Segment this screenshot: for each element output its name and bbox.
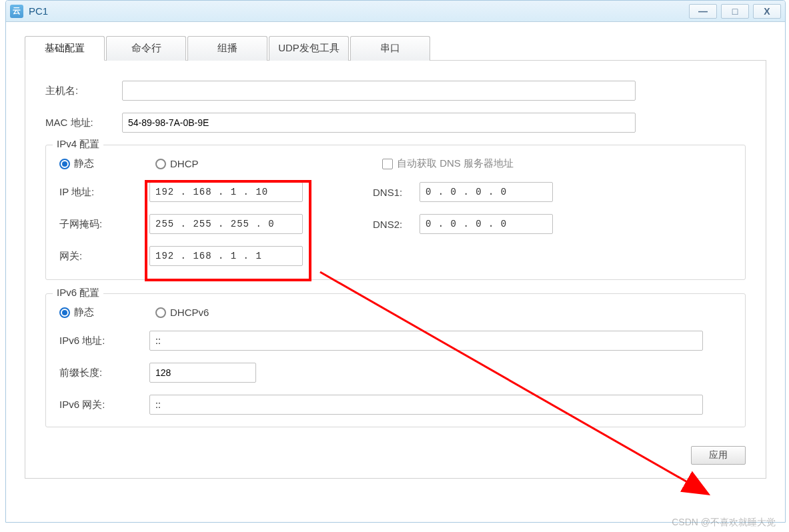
dns1-label: DNS1: [373,187,420,198]
app-icon: 云 [10,5,23,18]
hostname-row: 主机名: [45,81,746,101]
gw-label: 网关: [59,250,149,263]
ipv6-mode-row: 静态 DHCPv6 [59,306,732,319]
mac-input[interactable] [122,113,636,133]
mask-label: 子网掩码: [59,218,149,231]
tab-serial[interactable]: 串口 [350,36,430,61]
dns2-label: DNS2: [373,219,420,230]
dns1-input[interactable]: 0 . 0 . 0 . 0 [420,182,553,202]
ipv6-gw-input[interactable] [149,395,703,415]
window-title: PC1 [29,5,689,17]
tab-udp-tool[interactable]: UDP发包工具 [269,36,349,61]
ipv4-fieldset: IPv4 配置 静态 DHCP [45,145,746,280]
content-area: 基础配置 命令行 组播 UDP发包工具 串口 主机名: MAC 地址: IPv4… [6,22,785,489]
close-button[interactable]: X [753,4,781,19]
ipv6-dhcpv6-radio[interactable]: DHCPv6 [155,307,209,318]
ip-address-row: IP 地址: 192 . 168 . 1 . 10 DNS1: 0 . 0 . … [59,182,732,202]
apply-button[interactable]: 应用 [691,446,746,465]
tab-basic-config[interactable]: 基础配置 [25,36,105,61]
maximize-button[interactable]: □ [721,4,749,19]
auto-dns-checkbox[interactable]: 自动获取 DNS 服务器地址 [382,157,514,170]
ipv6-prefix-label: 前缀长度: [59,367,149,379]
ipv6-prefix-input[interactable] [149,363,256,383]
gateway-row: 网关: 192 . 168 . 1 . 1 [59,246,732,266]
checkbox-icon [382,159,393,169]
ipv6-static-radio[interactable]: 静态 [59,306,94,319]
app-window: 云 PC1 — □ X 基础配置 命令行 组播 UDP发包工具 串口 主机名: … [5,0,786,523]
ipv6-gw-label: IPv6 网关: [59,399,149,411]
radio-icon [155,307,166,318]
dns2-input[interactable]: 0 . 0 . 0 . 0 [420,214,553,234]
ipv6-addr-row: IPv6 地址: [59,331,732,351]
tab-body: 主机名: MAC 地址: IPv4 配置 静态 [25,61,766,479]
mac-label: MAC 地址: [45,117,122,129]
minimize-button[interactable]: — [689,4,717,19]
ip-input[interactable]: 192 . 168 . 1 . 10 [149,182,303,202]
hostname-label: 主机名: [45,85,122,97]
tab-bar: 基础配置 命令行 组播 UDP发包工具 串口 [25,35,766,61]
mac-row: MAC 地址: [45,113,746,133]
tab-multicast[interactable]: 组播 [187,36,267,61]
ipv6-legend: IPv6 配置 [53,287,103,299]
ipv6-gw-row: IPv6 网关: [59,395,732,415]
radio-icon [155,159,166,169]
ipv6-prefix-row: 前缀长度: [59,363,732,383]
ipv6-addr-input[interactable] [149,331,703,351]
subnet-mask-row: 子网掩码: 255 . 255 . 255 . 0 DNS2: 0 . 0 . … [59,214,732,234]
window-controls: — □ X [689,4,781,19]
mask-input[interactable]: 255 . 255 . 255 . 0 [149,214,303,234]
tab-cli[interactable]: 命令行 [106,36,186,61]
gw-input[interactable]: 192 . 168 . 1 . 1 [149,246,303,266]
ipv4-dhcp-radio[interactable]: DHCP [155,158,199,169]
radio-checked-icon [59,159,70,169]
ip-label: IP 地址: [59,186,149,199]
titlebar: 云 PC1 — □ X [6,1,785,22]
ipv6-fieldset: IPv6 配置 静态 DHCPv6 IPv6 地址: 前 [45,293,746,427]
ipv4-legend: IPv4 配置 [53,138,103,151]
ipv4-mode-row: 静态 DHCP 自动获取 DNS 服务器地址 [59,157,732,170]
radio-checked-icon [59,307,70,318]
ipv6-addr-label: IPv6 地址: [59,335,149,347]
hostname-input[interactable] [122,81,636,101]
ipv4-static-radio[interactable]: 静态 [59,157,94,170]
